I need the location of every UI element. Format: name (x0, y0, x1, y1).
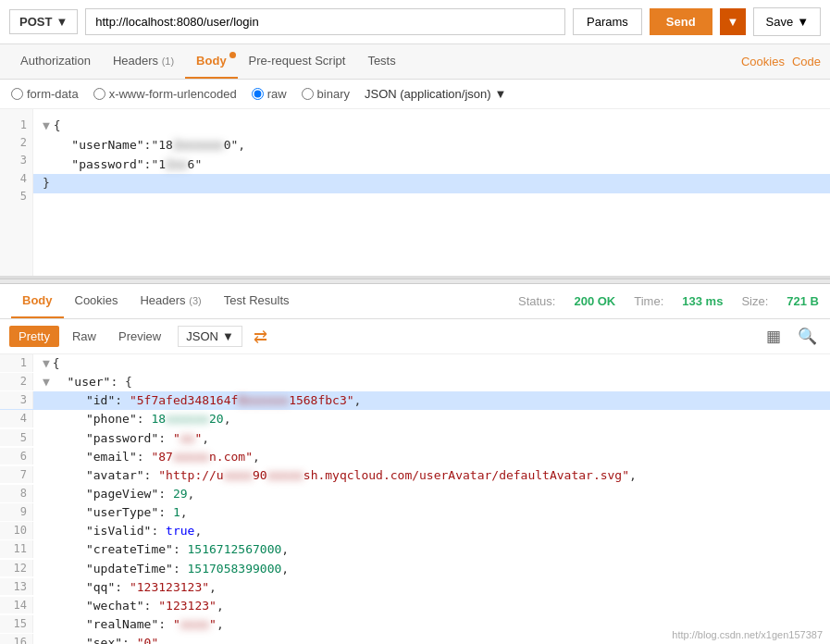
resp-tab-body-label: Body (22, 293, 53, 307)
toggle-arrow-icon[interactable]: ▼ (43, 117, 50, 136)
req-line-3: "password":"12xx6" (43, 155, 821, 175)
resp-line-6: 6 "email": "87xxxxxn.com", (0, 448, 830, 466)
resp-tab-headers-label: Headers (140, 293, 185, 307)
url-input[interactable] (85, 8, 565, 35)
response-header: Body Cookies Headers (3) Test Results St… (0, 284, 830, 319)
response-tabs: Body Cookies Headers (3) Test Results (11, 284, 301, 318)
tab-authorization[interactable]: Authorization (9, 44, 102, 79)
json-format-chevron-icon: ▼ (495, 87, 507, 101)
tab-body[interactable]: Body (185, 44, 238, 79)
resp-line-2: 2 ▼ "user": { (0, 373, 830, 391)
method-dropdown[interactable]: POST ▼ (9, 9, 78, 34)
save-label: Save (765, 15, 793, 29)
resp-tab-cookies[interactable]: Cookies (64, 284, 130, 318)
option-raw[interactable]: raw (252, 87, 287, 101)
req-line-4: } (33, 174, 830, 193)
tab-authorization-label: Authorization (20, 54, 91, 68)
tab-prerequest[interactable]: Pre-request Script (238, 44, 357, 79)
tab-tests-label: Tests (367, 54, 395, 68)
params-button[interactable]: Params (573, 8, 642, 35)
time-label: Time: (634, 294, 663, 308)
resp-tab-cookies-label: Cookies (75, 293, 118, 307)
wrap-icon[interactable]: ⇄ (254, 327, 267, 347)
resp-line-12: 12 "updateTime": 1517058399000, (0, 560, 830, 578)
request-code-editor: 1 2 3 4 5 ▼ { "userName":"182xxxxxx0", "… (0, 109, 830, 279)
req-code-lines[interactable]: ▼ { "userName":"182xxxxxx0", "password":… (33, 109, 830, 276)
json-format-label: JSON (application/json) (365, 87, 491, 101)
req-line-numbers: 1 2 3 4 5 (0, 109, 33, 276)
resp-json-chevron-icon: ▼ (222, 329, 234, 343)
resp-tab-headers-badge: (3) (189, 295, 201, 306)
resp-line-8: 8 "pageView": 29, (0, 485, 830, 503)
status-value: 200 OK (574, 294, 615, 308)
response-format-bar: Pretty Raw Preview JSON ▼ ⇄ ▦ 🔍 (0, 319, 830, 354)
time-value: 133 ms (682, 294, 723, 308)
format-preview-button[interactable]: Preview (109, 326, 170, 347)
response-code-editor[interactable]: 1 ▼{ 2 ▼ "user": { 3 "id": "5f7afed34816… (0, 354, 830, 644)
body-options: form-data x-www-form-urlencoded raw bina… (0, 80, 830, 109)
option-form-data[interactable]: form-data (11, 87, 79, 101)
resp-tab-headers[interactable]: Headers (3) (129, 284, 212, 318)
save-button[interactable]: Save ▼ (753, 7, 821, 36)
resp-line-7: 7 "avatar": "http://uxxxx90xxxxxsh.myqcl… (0, 466, 830, 485)
tab-prerequest-label: Pre-request Script (249, 54, 346, 68)
code-link[interactable]: Code (792, 45, 821, 78)
option-binary[interactable]: binary (302, 87, 350, 101)
toggle-resp-icon[interactable]: ▼ (43, 356, 50, 370)
req-line-1: ▼ { (43, 117, 821, 136)
resp-line-5: 5 "password": "xx", (0, 429, 830, 448)
response-status: Status: 200 OK Time: 133 ms Size: 721 B (518, 294, 819, 308)
tab-tests[interactable]: Tests (356, 44, 406, 79)
resp-line-11: 11 "createTime": 1516712567000, (0, 540, 830, 559)
option-urlencoded[interactable]: x-www-form-urlencoded (93, 87, 237, 101)
send-dropdown-button[interactable]: ▼ (720, 8, 747, 35)
resp-line-13: 13 "qq": "123123123", (0, 578, 830, 597)
resp-line-3: 3 "id": "5f7afed348164f0xxxxxx1568fbc3", (0, 391, 830, 410)
resp-line-9: 9 "userType": 1, (0, 503, 830, 522)
resp-line-1: 1 ▼{ (0, 354, 830, 373)
size-label: Size: (741, 294, 768, 308)
tab-body-label: Body (196, 54, 227, 68)
send-button[interactable]: Send (650, 8, 712, 35)
resp-line-14: 14 "wechat": "123123", (0, 597, 830, 615)
resp-json-format-label: JSON (186, 329, 218, 343)
cookies-link[interactable]: Cookies (734, 45, 792, 78)
top-bar: POST ▼ Params Send ▼ Save ▼ (0, 0, 830, 44)
req-line-2: "userName":"182xxxxxx0", (43, 136, 821, 155)
resp-line-4: 4 "phone": 18xxxxxx20, (0, 410, 830, 428)
request-tabs: Authorization Headers (1) Body Pre-reque… (0, 44, 830, 80)
resp-tab-testresults[interactable]: Test Results (213, 284, 301, 318)
json-format-select[interactable]: JSON (application/json) ▼ (365, 87, 506, 101)
size-value: 721 B (787, 294, 819, 308)
tab-headers-label: Headers (113, 54, 158, 68)
body-dot-indicator (229, 52, 236, 58)
tab-headers[interactable]: Headers (1) (102, 44, 185, 79)
resp-line-10: 10 "isValid": true, (0, 522, 830, 540)
save-chevron-icon: ▼ (797, 15, 809, 29)
format-pretty-button[interactable]: Pretty (9, 326, 59, 347)
tab-headers-badge: (1) (162, 56, 174, 67)
resp-tab-testresults-label: Test Results (224, 293, 290, 307)
req-line-5 (43, 193, 821, 213)
status-label: Status: (518, 294, 555, 308)
copy-button[interactable]: ▦ (762, 325, 785, 348)
watermark: http://blog.csdn.net/x1gen157387 (672, 629, 823, 640)
resp-json-format-select[interactable]: JSON ▼ (178, 326, 242, 347)
method-label: POST (19, 15, 52, 29)
method-chevron-icon: ▼ (56, 15, 68, 29)
resp-actions: ▦ 🔍 (762, 325, 821, 348)
format-raw-button[interactable]: Raw (63, 326, 105, 347)
search-button[interactable]: 🔍 (794, 325, 821, 348)
resp-tab-body[interactable]: Body (11, 284, 64, 318)
